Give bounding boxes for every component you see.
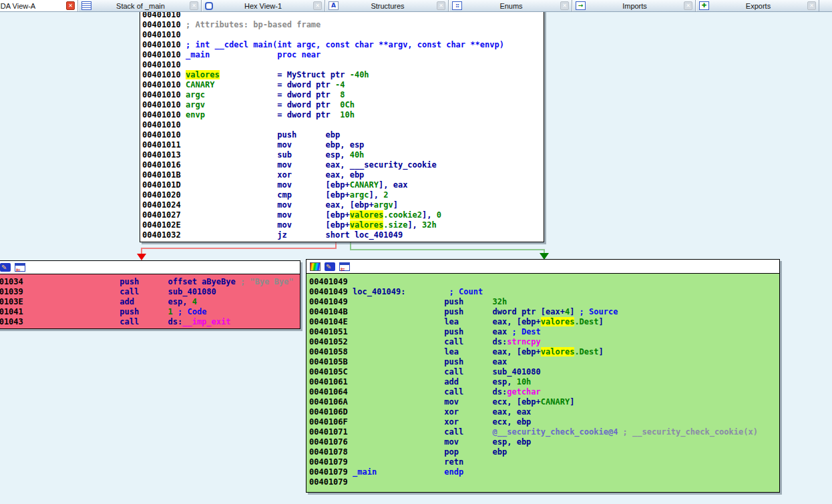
address: 0040106A — [309, 397, 353, 407]
code-text: mov ecx, [ebp+ — [353, 397, 541, 407]
code-line[interactable]: 00401043 call ds:__imp_exit — [0, 317, 300, 327]
code-line[interactable]: 0040105B push eax — [309, 357, 779, 367]
address: 00401043 — [0, 317, 28, 326]
code-line[interactable]: 00401010 valores = MyStruct ptr -40h — [142, 70, 544, 80]
disassembly-code: 00401034 push offset aByeBye ; "Bye Bye"… — [0, 274, 300, 327]
code-line[interactable]: 00401024 mov eax, [ebp+argv] — [142, 200, 544, 210]
code-line[interactable]: 0040105C call sub_401080 — [309, 367, 779, 377]
code-line[interactable]: 00401010 envp = dword ptr 10h — [142, 110, 544, 120]
code-line[interactable]: 00401010 — [142, 12, 544, 20]
code-line[interactable]: 0040106F xor ecx, ebp — [309, 417, 779, 427]
code-line[interactable]: 00401010 — [142, 120, 544, 130]
code-line[interactable]: 00401010 _main proc near — [142, 50, 544, 60]
code-line[interactable]: 00401016 mov eax, ___security_cookie — [142, 160, 544, 170]
code-line[interactable]: 00401049 — [309, 277, 779, 287]
code-line[interactable]: 00401076 mov esp, ebp — [309, 437, 779, 447]
close-tab-icon[interactable]: ✕ — [807, 1, 816, 10]
code-line[interactable]: 00401034 push offset aByeBye ; "Bye Bye" — [0, 277, 300, 287]
code-line[interactable]: 00401010 argc = dword ptr 8 — [142, 90, 544, 100]
code-line[interactable]: 00401049 loc_401049: ; Count — [309, 287, 779, 297]
code-line[interactable]: 00401039 call sub_401080 — [0, 287, 300, 297]
palette-icon[interactable] — [310, 262, 321, 271]
address: 0040105B — [309, 357, 353, 366]
code-line[interactable]: 00401010 ; int __cdecl main(int argc, co… — [142, 40, 544, 50]
address: 0040101D — [142, 180, 186, 190]
number-or-var: -4 — [335, 80, 345, 89]
code-line[interactable]: 0040104B push dword ptr [eax+4] ; Source — [309, 307, 779, 317]
tab-stack[interactable]: Stack of _main✕ — [78, 0, 202, 11]
code-line[interactable]: 00401032 jz short loc_401049 — [142, 230, 544, 240]
code-line[interactable]: 0040101B xor eax, ebp — [142, 170, 544, 180]
code-line[interactable]: 0040102E mov [ebp+valores.size], 32h — [142, 220, 544, 230]
edge-true-branch — [351, 242, 549, 260]
edit-pencil-icon[interactable] — [325, 262, 335, 271]
close-tab-icon[interactable]: ✕ — [66, 1, 75, 10]
address: 0040105C — [309, 367, 353, 376]
tab-hex[interactable]: Hex View-1✕ — [202, 0, 325, 11]
edit-pencil-icon[interactable] — [0, 263, 11, 272]
code-line[interactable]: 00401027 mov [ebp+valores.cookie2], 0 — [142, 210, 544, 220]
close-tab-icon[interactable]: ✕ — [560, 1, 569, 10]
code-text: call ds: — [28, 317, 182, 326]
frame-xrefs-icon[interactable] — [339, 262, 350, 271]
code-text: = dword ptr — [205, 110, 340, 119]
code-line[interactable]: 00401079 retn — [309, 457, 779, 467]
tab-strip: IDA View-A✕Stack of _main✕Hex View-1✕ASt… — [0, 0, 832, 11]
code-line[interactable]: 00401010 argv = dword ptr 0Ch — [142, 100, 544, 110]
code-line[interactable]: 0040103E add esp, 4 — [0, 297, 300, 307]
close-tab-icon[interactable]: ✕ — [437, 1, 445, 10]
code-text: mov [ebp+ — [186, 180, 350, 190]
tab-imports[interactable]: →Imports✕ — [572, 0, 696, 11]
code-line[interactable]: 00401079 _main endp — [309, 467, 779, 477]
number-or-var: -40h — [350, 70, 369, 79]
code-text: lea eax, [ebp+ — [353, 317, 541, 326]
basic-block-loc-401049[interactable]: 0040104900401049 loc_401049: ; Count0040… — [306, 259, 780, 493]
frame-xrefs-icon[interactable] — [15, 263, 25, 272]
code-line[interactable]: 00401049 push 32h — [309, 297, 779, 307]
code-line[interactable]: 00401051 push eax ; Dest — [309, 327, 779, 337]
code-text: = MyStruct ptr — [220, 70, 350, 79]
code-text: push offset aByeBye — [28, 277, 240, 286]
code-line[interactable]: 00401064 call ds:getchar — [309, 387, 779, 397]
tab-exports[interactable]: ✚Exports✕ — [696, 0, 819, 11]
close-tab-icon[interactable]: ✕ — [190, 1, 198, 10]
number-or-var: 10h — [340, 110, 355, 119]
keyword: ; Dest — [511, 327, 540, 336]
code-line[interactable]: 00401020 cmp [ebp+argc], 2 — [142, 190, 544, 200]
tab-structures[interactable]: AStructures✕ — [325, 0, 449, 11]
code-line[interactable]: 00401061 add esp, 10h — [309, 377, 779, 387]
code-line[interactable]: 0040104E lea eax, [ebp+valores.Dest] — [309, 317, 779, 327]
code-line[interactable]: 00401013 sub esp, 40h — [142, 150, 544, 160]
code-line[interactable]: 00401010 CANARY = dword ptr -4 — [142, 80, 544, 90]
code-line[interactable]: 00401078 pop ebp — [309, 447, 779, 457]
code-line[interactable]: 00401058 lea eax, [ebp+valores.Dest] — [309, 347, 779, 357]
code-line[interactable]: 0040106D xor eax, eax — [309, 407, 779, 417]
code-text: lea eax, [ebp+ — [353, 347, 541, 356]
code-line[interactable]: 00401011 mov ebp, esp — [142, 140, 544, 150]
graph-canvas[interactable]: 0040101000401010 ; Attributes: bp-based … — [0, 12, 832, 504]
tab-idaview[interactable]: IDA View-A✕ — [0, 0, 78, 11]
number-or-var: 32h — [493, 297, 507, 306]
code-line[interactable]: 00401052 call ds:strncpy — [309, 337, 779, 347]
code-line[interactable]: 00401010 ; Attributes: bp-based frame — [142, 20, 544, 30]
code-line[interactable]: 00401010 — [142, 60, 544, 70]
tab-enums[interactable]: ::Enums✕ — [449, 0, 572, 11]
address: 00401020 — [142, 190, 186, 200]
tab-label: Hex View-1 — [213, 2, 313, 10]
basic-block-exit-bye-bye[interactable]: 00401034 push offset aByeBye ; "Bye Bye"… — [0, 260, 300, 329]
code-text: ] — [570, 397, 574, 407]
code-line[interactable]: 00401071 call @__security_check_cookie@4… — [309, 427, 779, 437]
code-line[interactable]: 0040106A mov ecx, [ebp+CANARY] — [309, 397, 779, 407]
code-text: push eax — [353, 357, 507, 366]
code-line[interactable]: 0040101D mov [ebp+CANARY], eax — [142, 180, 544, 190]
basic-block-main-prologue[interactable]: 0040101000401010 ; Attributes: bp-based … — [140, 12, 544, 242]
code-line[interactable]: 00401010 push ebp — [142, 130, 544, 140]
code-text: push dword ptr [eax+ — [353, 307, 565, 316]
close-tab-icon[interactable]: ✕ — [313, 1, 322, 10]
code-text: cmp [ebp+ — [186, 190, 350, 200]
code-line[interactable]: 00401041 push 1 ; Code — [0, 307, 300, 317]
code-line[interactable]: 00401010 — [142, 30, 544, 40]
code-line[interactable]: 00401079 — [309, 477, 779, 487]
code-text: xor eax, ebp — [186, 170, 364, 180]
close-tab-icon[interactable]: ✕ — [684, 1, 692, 10]
